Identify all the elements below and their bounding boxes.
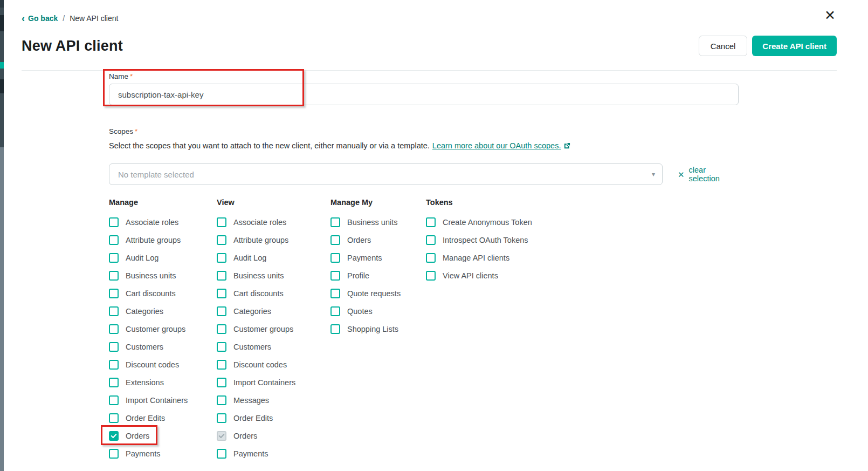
name-field-group: Name*	[109, 72, 739, 105]
scope-checkbox-manage-my-quotes[interactable]: Quotes	[330, 302, 426, 320]
scope-checkbox-manage-attribute-groups[interactable]: Attribute groups	[109, 231, 217, 249]
checkbox-icon[interactable]	[217, 289, 226, 298]
checkbox-icon[interactable]	[426, 217, 436, 227]
go-back-link[interactable]: ‹ Go back	[22, 14, 58, 23]
scope-checkbox-view-audit-log[interactable]: Audit Log	[217, 249, 330, 267]
scope-checkbox-tokens-introspect-oauth-tokens[interactable]: Introspect OAuth Tokens	[426, 231, 739, 249]
checkbox-icon[interactable]	[109, 306, 119, 316]
checkbox-icon[interactable]	[109, 289, 119, 298]
checkbox-icon[interactable]	[217, 378, 226, 387]
scope-checkbox-tokens-view-api-clients[interactable]: View API clients	[426, 267, 739, 284]
checkbox-icon[interactable]	[330, 289, 340, 298]
checkbox-icon[interactable]	[217, 360, 226, 370]
checkbox-label: Business units	[126, 271, 176, 280]
scope-checkbox-manage-my-profile[interactable]: Profile	[330, 267, 426, 284]
checkbox-icon[interactable]	[109, 235, 119, 245]
scope-checkbox-manage-cart-discounts[interactable]: Cart discounts	[109, 284, 217, 302]
scope-checkbox-manage-business-units[interactable]: Business units	[109, 267, 217, 284]
checkbox-icon[interactable]	[217, 217, 226, 227]
scope-checkbox-manage-orders[interactable]: Orders	[109, 427, 217, 445]
checkbox-icon[interactable]	[426, 253, 436, 263]
close-icon[interactable]: ✕	[824, 9, 836, 22]
checkbox-icon[interactable]	[109, 449, 119, 459]
checkbox-icon[interactable]	[330, 253, 340, 263]
cancel-button[interactable]: Cancel	[699, 36, 748, 56]
scope-checkbox-manage-my-orders[interactable]: Orders	[330, 231, 426, 249]
checkbox-icon[interactable]	[217, 253, 226, 263]
checkbox-label: Associate roles	[233, 218, 286, 227]
scopes-description: Select the scopes that you want to attac…	[109, 141, 739, 150]
checkbox-icon[interactable]	[109, 395, 119, 405]
checkbox-icon[interactable]	[217, 324, 226, 334]
scope-checkbox-manage-associate-roles[interactable]: Associate roles	[109, 213, 217, 231]
scope-checkbox-manage-extensions[interactable]: Extensions	[109, 373, 217, 391]
checkbox-icon[interactable]	[109, 413, 119, 423]
checkbox-icon[interactable]	[217, 235, 226, 245]
breadcrumb: ‹ Go back / New API client	[22, 14, 118, 23]
clear-selection-button[interactable]: ✕ clear selection	[678, 166, 739, 183]
scope-checkbox-tokens-create-anonymous-token[interactable]: Create Anonymous Token	[426, 213, 739, 231]
scope-checkbox-view-business-units[interactable]: Business units	[217, 267, 330, 284]
checkbox-icon[interactable]	[109, 378, 119, 387]
checkbox-icon[interactable]	[330, 235, 340, 245]
checkbox-icon[interactable]	[109, 431, 119, 441]
scope-checkbox-view-customers[interactable]: Customers	[217, 338, 330, 356]
create-api-client-button[interactable]: Create API client	[752, 36, 837, 56]
scope-checkbox-manage-import-containers[interactable]: Import Containers	[109, 391, 217, 409]
checkbox-icon[interactable]	[217, 342, 226, 352]
scope-checkbox-manage-customers[interactable]: Customers	[109, 338, 217, 356]
checkbox-icon[interactable]	[109, 342, 119, 352]
checkbox-label: Payments	[347, 254, 382, 262]
scope-checkbox-manage-my-shopping-lists[interactable]: Shopping Lists	[330, 320, 426, 338]
checkbox-icon[interactable]	[330, 324, 340, 334]
oauth-scopes-link[interactable]: Learn more about our OAuth scopes.	[432, 141, 571, 150]
sidebar-sliver-active-segment	[0, 62, 4, 69]
scope-checkbox-view-discount-codes[interactable]: Discount codes	[217, 356, 330, 373]
scope-checkbox-manage-my-business-units[interactable]: Business units	[330, 213, 426, 231]
scope-checkbox-manage-my-payments[interactable]: Payments	[330, 249, 426, 267]
checkbox-icon[interactable]	[217, 271, 226, 281]
template-select[interactable]: No template selected ▾	[109, 163, 663, 185]
scope-checkbox-manage-categories[interactable]: Categories	[109, 302, 217, 320]
scope-checkbox-view-cart-discounts[interactable]: Cart discounts	[217, 284, 330, 302]
scope-checkbox-view-associate-roles[interactable]: Associate roles	[217, 213, 330, 231]
scope-checkbox-view-messages[interactable]: Messages	[217, 391, 330, 409]
checkbox-label: Attribute groups	[126, 236, 181, 244]
checkbox-icon[interactable]	[109, 217, 119, 227]
scope-checkbox-view-categories[interactable]: Categories	[217, 302, 330, 320]
chevron-down-icon: ▾	[652, 170, 655, 178]
scope-checkbox-view-order-edits[interactable]: Order Edits	[217, 409, 330, 427]
checkbox-icon[interactable]	[426, 235, 436, 245]
scope-checkbox-manage-payments[interactable]: Payments	[109, 445, 217, 462]
scope-group-header-manage: Manage	[109, 198, 217, 207]
checkbox-icon[interactable]	[217, 449, 226, 459]
scope-checkbox-view-payments[interactable]: Payments	[217, 445, 330, 462]
checkbox-icon[interactable]	[330, 217, 340, 227]
breadcrumb-separator: /	[63, 14, 65, 23]
checkbox-icon[interactable]	[217, 306, 226, 316]
checkbox-icon[interactable]	[109, 253, 119, 263]
scope-checkbox-manage-discount-codes[interactable]: Discount codes	[109, 356, 217, 373]
name-input[interactable]	[109, 84, 739, 105]
checkbox-icon[interactable]	[109, 360, 119, 370]
checkbox-icon[interactable]	[426, 271, 436, 281]
checkbox-icon[interactable]	[330, 306, 340, 316]
checkbox-icon[interactable]	[109, 271, 119, 281]
page-title: New API client	[22, 38, 123, 54]
checkbox-label: Quotes	[347, 307, 373, 316]
checkbox-icon[interactable]	[217, 395, 226, 405]
scope-checkbox-view-customer-groups[interactable]: Customer groups	[217, 320, 330, 338]
scope-checkbox-tokens-manage-api-clients[interactable]: Manage API clients	[426, 249, 739, 267]
scope-checkbox-manage-order-edits[interactable]: Order Edits	[109, 409, 217, 427]
scope-checkbox-manage-audit-log[interactable]: Audit Log	[109, 249, 217, 267]
checkbox-icon[interactable]	[109, 324, 119, 334]
scope-checkbox-manage-my-quote-requests[interactable]: Quote requests	[330, 284, 426, 302]
checkbox-icon[interactable]	[330, 271, 340, 281]
scope-checkbox-view-attribute-groups[interactable]: Attribute groups	[217, 231, 330, 249]
checkbox-icon[interactable]	[217, 413, 226, 423]
scope-checkbox-manage-customer-groups[interactable]: Customer groups	[109, 320, 217, 338]
checkbox-label: Customers	[233, 343, 271, 351]
checkmark-icon	[218, 433, 225, 439]
scope-column-view: ViewAssociate rolesAttribute groupsAudit…	[217, 198, 330, 462]
scope-checkbox-view-import-containers[interactable]: Import Containers	[217, 373, 330, 391]
